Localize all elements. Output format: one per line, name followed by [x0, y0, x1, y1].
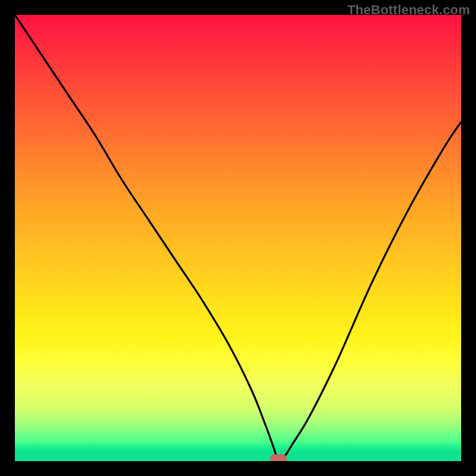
plot-area	[15, 15, 461, 461]
watermark-text: TheBottleneck.com	[347, 2, 470, 18]
curve-path	[15, 15, 461, 461]
stage: TheBottleneck.com	[0, 0, 476, 476]
minimum-marker	[270, 454, 287, 461]
bottleneck-curve	[15, 15, 461, 461]
